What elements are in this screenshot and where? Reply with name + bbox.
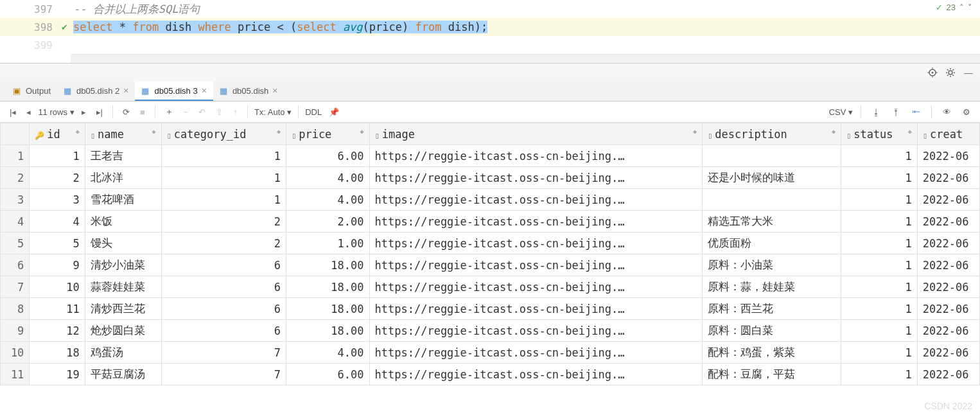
eye-icon[interactable]: 👁 (940, 105, 954, 119)
prev-page-button[interactable]: ◂ (23, 105, 34, 119)
cell-status[interactable]: 1 (841, 298, 917, 320)
cell-description[interactable]: 原料：西兰花 (702, 298, 841, 320)
table-row[interactable]: 22北冰洋14.00https://reggie-itcast.oss-cn-b… (1, 167, 980, 189)
cell-status[interactable]: 1 (841, 211, 917, 233)
remove-row-button[interactable]: − (180, 105, 192, 119)
cell-image[interactable]: https://reggie-itcast.oss-cn-beijing.… (369, 189, 702, 211)
table-row[interactable]: 11王老吉16.00https://reggie-itcast.oss-cn-b… (1, 145, 980, 167)
close-icon[interactable]: × (272, 85, 277, 96)
cell-category[interactable]: 6 (161, 276, 286, 298)
upload-icon[interactable]: ⭱ (889, 105, 904, 119)
add-row-button[interactable]: ＋ (162, 104, 177, 119)
rownum-cell[interactable]: 9 (1, 320, 30, 342)
col-header-price[interactable]: ▯price◆ (286, 123, 369, 145)
cell-create[interactable]: 2022-06 (917, 145, 979, 167)
cell-create[interactable]: 2022-06 (917, 276, 979, 298)
cell-status[interactable]: 1 (841, 364, 917, 385)
refresh-button[interactable]: ⟳ (119, 105, 133, 119)
sort-icon[interactable]: ◆ (76, 128, 80, 135)
cell-price[interactable]: 6.00 (286, 364, 369, 385)
tx-mode-button[interactable]: Tx: Auto ▾ (254, 107, 292, 117)
cell-status[interactable]: 1 (841, 167, 917, 189)
revert-button[interactable]: ↶ (195, 105, 209, 119)
cell-description[interactable] (702, 145, 841, 167)
cell-description[interactable]: 优质面粉 (702, 233, 841, 254)
cell-id[interactable]: 11 (30, 298, 85, 320)
table-row[interactable]: 1018鸡蛋汤74.00https://reggie-itcast.oss-cn… (1, 342, 980, 364)
cell-image[interactable]: https://reggie-itcast.oss-cn-beijing.… (369, 276, 702, 298)
cell-image[interactable]: https://reggie-itcast.oss-cn-beijing.… (369, 254, 702, 276)
cell-price[interactable]: 1.00 (286, 233, 369, 254)
cell-image[interactable]: https://reggie-itcast.oss-cn-beijing.… (369, 211, 702, 233)
cell-name[interactable]: 雪花啤酒 (85, 189, 161, 211)
import-icon[interactable]: ⭰ (909, 105, 923, 119)
cell-status[interactable]: 1 (841, 320, 917, 342)
cell-category[interactable]: 6 (161, 254, 286, 276)
stop-button[interactable]: ■ (137, 105, 148, 119)
horizontal-scrollbar[interactable] (71, 54, 980, 63)
cell-name[interactable]: 炝炒圆白菜 (85, 320, 161, 342)
cell-price[interactable]: 6.00 (286, 145, 369, 167)
first-page-button[interactable]: |◂ (6, 105, 19, 119)
col-header-image[interactable]: ▯image◆ (369, 123, 702, 145)
cell-image[interactable]: https://reggie-itcast.oss-cn-beijing.… (369, 364, 702, 385)
table-row[interactable]: 1119平菇豆腐汤76.00https://reggie-itcast.oss-… (1, 364, 980, 385)
export-format-button[interactable]: CSV ▾ (829, 107, 853, 117)
cell-price[interactable]: 4.00 (286, 342, 369, 364)
cell-category[interactable]: 7 (161, 342, 286, 364)
rownum-cell[interactable]: 8 (1, 298, 30, 320)
gear-icon[interactable]: ⚙ (959, 105, 974, 119)
cell-image[interactable]: https://reggie-itcast.oss-cn-beijing.… (369, 145, 702, 167)
cell-status[interactable]: 1 (841, 233, 917, 254)
cell-id[interactable]: 1 (30, 145, 85, 167)
code-line-397[interactable]: -- 合并以上两条SQL语句 (71, 2, 980, 17)
table-row[interactable]: 69清炒小油菜618.00https://reggie-itcast.oss-c… (1, 254, 980, 276)
cell-name[interactable]: 米饭 (85, 211, 161, 233)
submit-button[interactable]: ↑ (230, 105, 241, 119)
sql-editor[interactable]: 397 -- 合并以上两条SQL语句 398 ✔ select * from d… (0, 0, 980, 63)
cell-description[interactable]: 原料：蒜，娃娃菜 (702, 276, 841, 298)
cell-price[interactable]: 2.00 (286, 211, 369, 233)
cell-id[interactable]: 19 (30, 364, 85, 385)
cell-price[interactable]: 18.00 (286, 298, 369, 320)
ddl-button[interactable]: DDL (305, 107, 322, 117)
cell-name[interactable]: 馒头 (85, 233, 161, 254)
cell-category[interactable]: 1 (161, 145, 286, 167)
gear-icon[interactable] (945, 67, 956, 78)
cell-price[interactable]: 4.00 (286, 167, 369, 189)
download-icon[interactable]: ⭳ (869, 105, 884, 119)
cell-status[interactable]: 1 (841, 254, 917, 276)
cell-name[interactable]: 蒜蓉娃娃菜 (85, 276, 161, 298)
sort-icon[interactable]: ◆ (832, 128, 836, 135)
minimize-icon[interactable]: — (963, 67, 974, 78)
tab-output[interactable]: ▣ Output (6, 82, 57, 101)
cell-category[interactable]: 6 (161, 298, 286, 320)
rownum-cell[interactable]: 4 (1, 211, 30, 233)
cell-id[interactable]: 18 (30, 342, 85, 364)
cell-category[interactable]: 2 (161, 233, 286, 254)
cell-id[interactable]: 5 (30, 233, 85, 254)
cell-description[interactable]: 精选五常大米 (702, 211, 841, 233)
cell-image[interactable]: https://reggie-itcast.oss-cn-beijing.… (369, 233, 702, 254)
rownum-cell[interactable]: 5 (1, 233, 30, 254)
cell-create[interactable]: 2022-06 (917, 233, 979, 254)
cell-description[interactable]: 还是小时候的味道 (702, 167, 841, 189)
col-header-status[interactable]: ▯status◆ (841, 123, 917, 145)
rownum-cell[interactable]: 7 (1, 276, 30, 298)
col-header-category[interactable]: ▯category_id◆ (161, 123, 286, 145)
cell-status[interactable]: 1 (841, 342, 917, 364)
sort-icon[interactable]: ◆ (908, 128, 912, 135)
cell-description[interactable]: 原料：小油菜 (702, 254, 841, 276)
tab-dish[interactable]: ▦ db05.dish × (213, 82, 284, 101)
cell-description[interactable]: 配料：鸡蛋，紫菜 (702, 342, 841, 364)
cell-price[interactable]: 18.00 (286, 276, 369, 298)
cell-create[interactable]: 2022-06 (917, 211, 979, 233)
cell-name[interactable]: 鸡蛋汤 (85, 342, 161, 364)
cell-id[interactable]: 12 (30, 320, 85, 342)
rownum-cell[interactable]: 1 (1, 145, 30, 167)
rownum-cell[interactable]: 3 (1, 189, 30, 211)
target-icon[interactable] (927, 67, 938, 78)
last-page-button[interactable]: ▸| (93, 105, 106, 119)
code-line-398[interactable]: select * from dish where price < (select… (71, 21, 980, 33)
cell-price[interactable]: 18.00 (286, 254, 369, 276)
